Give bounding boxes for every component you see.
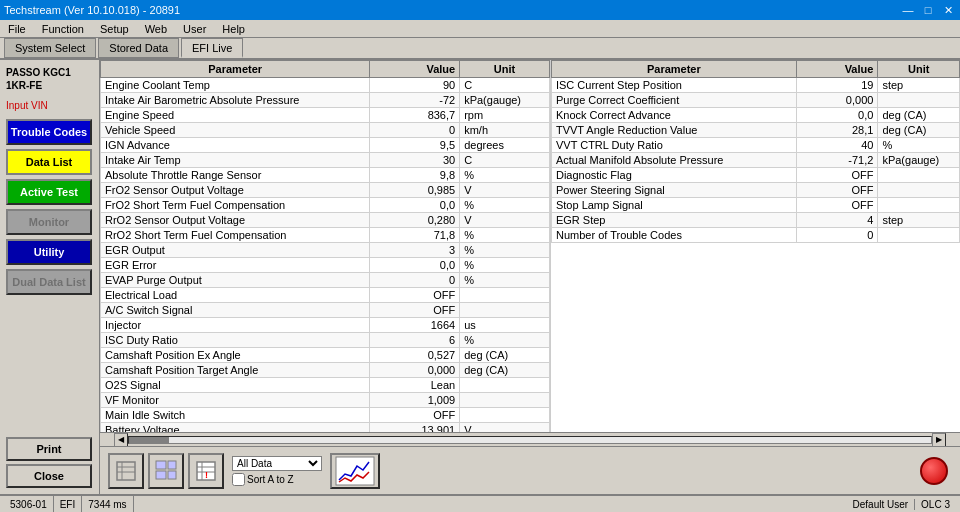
unit-cell: V — [460, 183, 550, 198]
param-cell: Engine Coolant Temp — [101, 78, 370, 93]
window-controls: — □ ✕ — [900, 2, 956, 18]
status-efi: EFI — [54, 496, 83, 512]
param-cell: VVT CTRL Duty Ratio — [551, 138, 796, 153]
param-cell: Battery Voltage — [101, 423, 370, 433]
app-title: Techstream (Ver 10.10.018) - 20891 — [4, 4, 180, 16]
dual-data-list-button[interactable]: Dual Data List — [6, 269, 92, 295]
vehicle-line2: 1KR-FE — [6, 79, 93, 92]
param-cell: Absolute Throttle Range Sensor — [101, 168, 370, 183]
value-cell: 6 — [370, 333, 460, 348]
scroll-left-btn[interactable]: ◀ — [114, 433, 128, 447]
svg-rect-5 — [168, 461, 176, 469]
trouble-codes-button[interactable]: Trouble Codes — [6, 119, 92, 145]
unit-cell — [878, 198, 960, 213]
param-cell: Main Idle Switch — [101, 408, 370, 423]
param-cell: Stop Lamp Signal — [551, 198, 796, 213]
right-table-body: ISC Current Step Position19stepPurge Cor… — [551, 78, 959, 243]
unit-cell: % — [460, 273, 550, 288]
scroll-thumb[interactable] — [129, 437, 169, 443]
value-cell: -72 — [370, 93, 460, 108]
toolbar-icon-2-svg — [154, 459, 178, 483]
table-row: Main Idle SwitchOFF — [101, 408, 550, 423]
unit-cell: degrees — [460, 138, 550, 153]
record-button[interactable] — [920, 457, 948, 485]
sort-label: Sort A to Z — [247, 474, 294, 485]
table-row: ISC Duty Ratio6% — [101, 333, 550, 348]
param-cell: Engine Speed — [101, 108, 370, 123]
data-filter-dropdown[interactable]: All Data — [232, 456, 322, 471]
table-row: EVAP Purge Output0% — [101, 273, 550, 288]
tab-bar: System Select Stored Data EFI Live — [0, 38, 960, 60]
svg-rect-7 — [168, 471, 176, 479]
right-data-table[interactable]: Parameter Value Unit ISC Current Step Po… — [551, 60, 960, 432]
table-row: Absolute Throttle Range Sensor9,8% — [101, 168, 550, 183]
unit-cell: % — [460, 198, 550, 213]
status-bar: 5306-01 EFI 7344 ms Default User OLC 3 — [0, 494, 960, 512]
maximize-button[interactable]: □ — [920, 2, 936, 18]
table-row: O2S SignalLean — [101, 378, 550, 393]
param-cell: RrO2 Sensor Output Voltage — [101, 213, 370, 228]
close-window-button[interactable]: ✕ — [940, 2, 956, 18]
value-cell: 0,000 — [796, 93, 878, 108]
scroll-track[interactable] — [128, 436, 932, 444]
scroll-right-btn[interactable]: ▶ — [932, 433, 946, 447]
unit-cell: V — [460, 213, 550, 228]
param-cell: Injector — [101, 318, 370, 333]
tab-system-select[interactable]: System Select — [4, 38, 96, 58]
unit-cell: kPa(gauge) — [878, 153, 960, 168]
table-row: Engine Coolant Temp90C — [101, 78, 550, 93]
param-cell: Actual Manifold Absolute Pressure — [551, 153, 796, 168]
minimize-button[interactable]: — — [900, 2, 916, 18]
unit-cell: % — [460, 258, 550, 273]
toolbar-icon-3-svg: ! — [194, 459, 218, 483]
close-button[interactable]: Close — [6, 464, 92, 488]
utility-button[interactable]: Utility — [6, 239, 92, 265]
value-cell: OFF — [796, 168, 878, 183]
horizontal-scrollbar[interactable]: ◀ ▶ — [100, 432, 960, 446]
value-cell: OFF — [370, 288, 460, 303]
toolbar-icon-2[interactable] — [148, 453, 184, 489]
monitor-button[interactable]: Monitor — [6, 209, 92, 235]
menu-web[interactable]: Web — [137, 20, 175, 37]
table-row: Actual Manifold Absolute Pressure-71,2kP… — [551, 153, 959, 168]
status-olc: OLC 3 — [915, 499, 956, 510]
table-row: RrO2 Sensor Output Voltage0,280V — [101, 213, 550, 228]
value-cell: 0,000 — [370, 363, 460, 378]
value-cell: 9,5 — [370, 138, 460, 153]
tab-stored-data[interactable]: Stored Data — [98, 38, 179, 58]
param-cell: EGR Output — [101, 243, 370, 258]
param-cell: EGR Error — [101, 258, 370, 273]
toolbar-icon-3[interactable]: ! — [188, 453, 224, 489]
svg-rect-6 — [156, 471, 166, 479]
value-cell: Lean — [370, 378, 460, 393]
table-row: Intake Air Temp30C — [101, 153, 550, 168]
param-cell: Electrical Load — [101, 288, 370, 303]
chart-button[interactable] — [330, 453, 380, 489]
unit-cell — [460, 303, 550, 318]
unit-cell: % — [878, 138, 960, 153]
menu-setup[interactable]: Setup — [92, 20, 137, 37]
table-row: Knock Correct Advance0,0deg (CA) — [551, 108, 959, 123]
data-list-button[interactable]: Data List — [6, 149, 92, 175]
left-data-table[interactable]: Parameter Value Unit Engine Coolant Temp… — [100, 60, 551, 432]
table-row: Stop Lamp SignalOFF — [551, 198, 959, 213]
status-user: Default User — [847, 499, 916, 510]
tab-efi-live[interactable]: EFI Live — [181, 38, 243, 58]
col-value-header: Value — [370, 61, 460, 78]
sort-checkbox[interactable] — [232, 473, 245, 486]
right-table-header-row: Parameter Value Unit — [551, 61, 959, 78]
print-button[interactable]: Print — [6, 437, 92, 461]
param-cell: Power Steering Signal — [551, 183, 796, 198]
vehicle-info: PASSO KGC1 1KR-FE — [6, 66, 93, 92]
unit-cell — [878, 228, 960, 243]
menu-function[interactable]: Function — [34, 20, 92, 37]
col-param-header: Parameter — [101, 61, 370, 78]
table-row: Intake Air Barometric Absolute Pressure-… — [101, 93, 550, 108]
active-test-button[interactable]: Active Test — [6, 179, 92, 205]
menu-file[interactable]: File — [0, 20, 34, 37]
menu-user[interactable]: User — [175, 20, 214, 37]
menu-help[interactable]: Help — [214, 20, 253, 37]
table-header-row: Parameter Value Unit — [101, 61, 550, 78]
param-cell: FrO2 Sensor Output Voltage — [101, 183, 370, 198]
toolbar-icon-1[interactable] — [108, 453, 144, 489]
